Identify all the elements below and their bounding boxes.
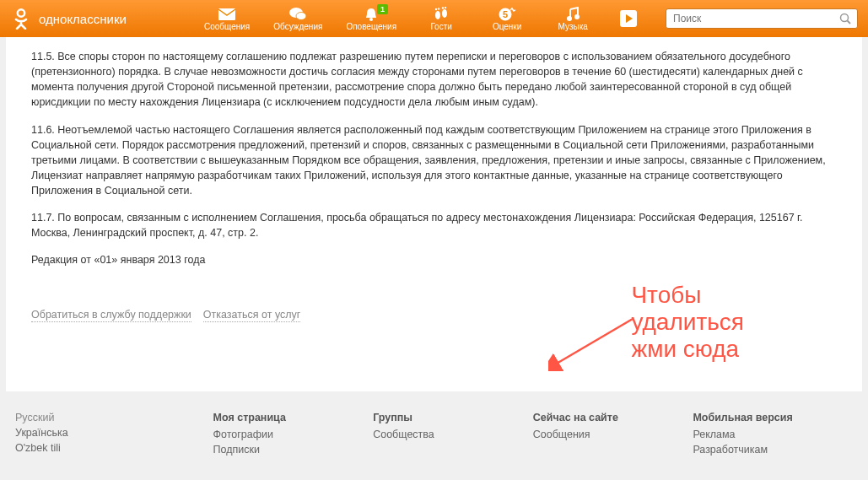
footer-heading: Сейчас на сайте <box>533 412 693 423</box>
nav-label: Музыка <box>558 23 587 31</box>
footer-communities[interactable]: Сообщества <box>373 429 533 440</box>
note-icon <box>563 7 582 22</box>
lang-uzbek[interactable]: O'zbek tili <box>15 442 213 454</box>
nav-discussions[interactable]: Обсуждения <box>273 7 322 31</box>
svg-point-4 <box>369 18 373 21</box>
search-icon <box>839 13 851 24</box>
envelope-icon <box>218 7 236 22</box>
action-links: Обратиться в службу поддержки Отказаться… <box>31 309 837 322</box>
svg-point-3 <box>296 12 306 19</box>
footer-developers[interactable]: Разработчикам <box>693 444 853 456</box>
svg-text:5: 5 <box>503 9 508 19</box>
search-wrap <box>666 8 858 29</box>
svg-point-5 <box>435 11 440 19</box>
footer-groups: Группы Сообщества <box>373 412 533 459</box>
nav-label: Гости <box>430 23 451 31</box>
ok-logo-icon <box>10 8 32 30</box>
svg-line-19 <box>555 319 633 364</box>
nav-label: Оповещения <box>346 23 396 31</box>
content: 11.5. Все споры сторон по настоящему сог… <box>6 37 862 391</box>
svg-point-6 <box>442 9 447 18</box>
svg-point-0 <box>18 9 24 16</box>
lang-ukrainian[interactable]: Українська <box>15 427 213 439</box>
footer-messages[interactable]: Сообщения <box>533 429 693 440</box>
nav-messages[interactable]: Сообщения <box>204 7 250 31</box>
footer-heading: Группы <box>373 412 533 423</box>
footer: Русский Українська O'zbek tili Моя стран… <box>0 391 868 459</box>
contact-support-link[interactable]: Обратиться в службу поддержки <box>31 309 191 322</box>
annotation-line-1: Чтобы <box>631 282 744 309</box>
footer-languages: Русский Українська O'zbek tili <box>15 412 213 459</box>
nav-label: Оценки <box>493 23 521 31</box>
footer-my-page: Моя страница Фотографии Подписки <box>213 412 374 459</box>
nav-ratings[interactable]: 5 Оценки <box>486 7 528 31</box>
nav-guests[interactable]: Гости <box>420 7 462 31</box>
footer-heading: Мобильная версия <box>693 412 853 423</box>
header: одноклассники Сообщения Обсуждения 1 Опо… <box>0 0 868 37</box>
svg-rect-1 <box>218 8 235 20</box>
svg-point-7 <box>435 8 437 9</box>
svg-point-14 <box>574 14 580 19</box>
annotation-text: Чтобы удалиться жми сюда <box>631 282 744 364</box>
footer-misc: Мобильная версия Реклама Разработчикам <box>693 412 853 459</box>
feet-icon <box>432 7 450 22</box>
nav-label: Обсуждения <box>273 23 322 31</box>
search-input[interactable] <box>673 13 837 24</box>
annotation-overlay: Чтобы удалиться жми сюда <box>631 282 744 364</box>
footer-ads[interactable]: Реклама <box>693 429 853 440</box>
paragraph-11-7: 11.7. По вопросам, связанным с исполнени… <box>31 210 837 240</box>
svg-line-18 <box>848 21 851 24</box>
svg-point-17 <box>841 14 849 22</box>
search-box <box>666 8 858 29</box>
svg-point-9 <box>442 7 444 8</box>
footer-online: Сейчас на сайте Сообщения <box>533 412 693 459</box>
brand-text: одноклассники <box>39 12 127 26</box>
nav-music[interactable]: Музыка <box>552 7 594 31</box>
nav-notifications[interactable]: 1 Оповещения <box>346 7 396 31</box>
chat-icon <box>288 7 307 22</box>
nav-play[interactable] <box>617 11 639 26</box>
search-button[interactable] <box>837 10 854 27</box>
play-icon <box>619 11 638 26</box>
paragraph-11-5: 11.5. Все споры сторон по настоящему сог… <box>31 49 837 111</box>
notification-badge: 1 <box>377 4 388 14</box>
edition-date: Редакция от «01» января 2013 года <box>31 252 837 267</box>
footer-heading: Моя страница <box>213 412 374 423</box>
paragraph-11-6: 11.6. Неотъемлемой частью настоящего Сог… <box>31 122 837 199</box>
svg-point-10 <box>445 7 446 8</box>
brand[interactable]: одноклассники <box>10 8 204 30</box>
main-nav: Сообщения Обсуждения 1 Оповещения Гости … <box>204 0 639 37</box>
lang-russian[interactable]: Русский <box>15 412 213 423</box>
cancel-services-link[interactable]: Отказаться от услуг <box>203 309 300 322</box>
nav-label: Сообщения <box>204 23 250 31</box>
annotation-line-3: жми сюда <box>631 336 744 363</box>
footer-subscriptions[interactable]: Подписки <box>213 444 374 456</box>
footer-photos[interactable]: Фотографии <box>213 429 374 440</box>
svg-point-8 <box>438 8 439 9</box>
five-icon: 5 <box>498 7 516 22</box>
